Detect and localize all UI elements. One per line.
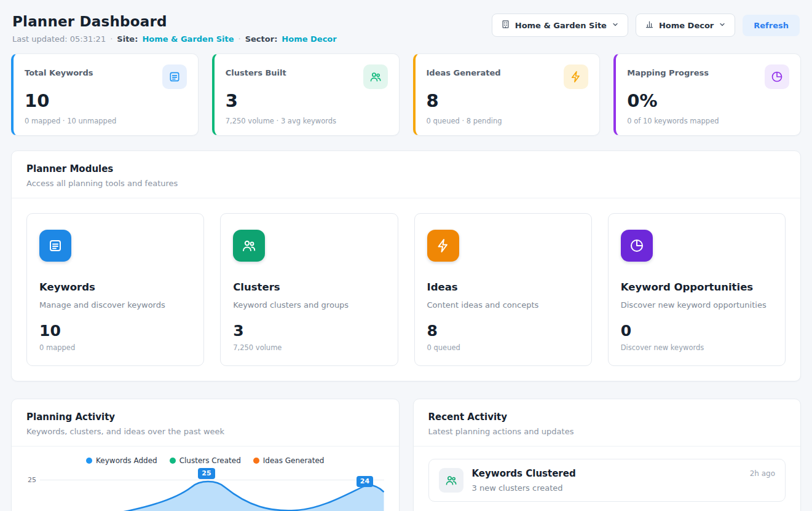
modules-grid: Keywords Manage and discover keywords 10… [12,198,800,381]
module-detail: 0 queued [427,343,579,352]
activity-body: Keywords Clustered 3 new clusters create… [472,468,741,493]
pie-chart-icon [621,230,653,262]
document-icon [162,64,187,89]
stat-value: 3 [226,90,388,111]
activity-timestamp: 2h ago [750,468,775,478]
pie-chart-icon [765,64,789,89]
modules-subtitle: Access all planning tools and features [26,179,786,188]
planning-activity-header: Planning Activity Keywords, clusters, an… [12,399,399,447]
legend-label: Clusters Created [179,456,241,465]
site-dropdown-label: Home & Garden Site [515,21,607,30]
meta-separator: · [110,34,112,44]
planning-activity-panel: Planning Activity Keywords, clusters, an… [11,399,400,511]
sector-link[interactable]: Home Decor [282,34,336,44]
activity-description: 3 new clusters created [472,483,741,493]
stat-detail: 0 mapped · 10 unmapped [25,117,187,125]
recent-activity-title: Recent Activity [428,412,786,423]
module-title: Keywords [39,281,191,293]
area-chart: 25 24 [40,474,384,511]
sector-dropdown[interactable]: Home Decor [636,14,735,37]
list-item: Keywords Clustered 3 new clusters create… [428,459,786,502]
stat-value: 8 [427,90,589,111]
building-icon [501,20,510,31]
users-icon [363,64,388,89]
module-detail: Discover new keywords [621,343,773,352]
module-title: Clusters [233,281,385,293]
keywords-added-area [40,474,384,511]
stat-value: 10 [25,90,187,111]
module-card-keywords[interactable]: Keywords Manage and discover keywords 10… [26,213,204,366]
module-value: 8 [427,322,579,340]
refresh-button[interactable]: Refresh [743,15,800,36]
page-title: Planner Dashboard [12,14,337,29]
stat-card-total-keywords: Total Keywords 10 0 mapped · 10 unmapped [11,53,199,136]
page-meta: Last updated: 05:31:21 · Site: Home & Ga… [12,34,337,44]
module-description: Content ideas and concepts [427,300,579,310]
stat-card-ideas-generated: Ideas Generated 8 0 queued · 8 pending [413,53,601,136]
stat-label: Mapping Progress [627,64,709,77]
bolt-icon [564,64,588,89]
module-title: Keyword Opportunities [621,281,773,293]
sector-label: Sector: [245,34,278,44]
recent-activity-subtitle: Latest planning actions and updates [428,427,786,436]
page-header: Planner Dashboard Last updated: 05:31:21… [11,14,801,44]
module-card-clusters[interactable]: Clusters Keyword clusters and groups 3 7… [220,213,398,366]
legend-item-clusters-created: Clusters Created [170,456,241,465]
legend-dot [253,458,259,464]
planning-activity-title: Planning Activity [26,412,384,423]
planner-dashboard-page: Planner Dashboard Last updated: 05:31:21… [0,0,812,511]
last-updated-text: Last updated: 05:31:21 [12,34,106,44]
legend-dot [86,458,92,464]
legend-label: Keywords Added [96,456,157,465]
data-point-label: 25 [198,468,215,479]
meta-separator: · [238,34,241,44]
y-axis-tick: 25 [22,474,36,511]
document-icon [39,230,71,262]
users-icon [233,230,265,262]
modules-title: Planner Modules [26,163,786,174]
planner-modules-panel: Planner Modules Access all planning tool… [11,150,801,381]
legend-label: Ideas Generated [263,456,325,465]
site-label: Site: [117,34,138,44]
stat-detail: 0 of 10 keywords mapped [627,117,789,125]
legend-item-keywords-added: Keywords Added [86,456,157,465]
bolt-icon [427,230,459,262]
module-value: 10 [39,322,191,340]
chevron-down-icon [719,21,726,30]
header-left: Planner Dashboard Last updated: 05:31:21… [12,14,337,44]
sector-dropdown-label: Home Decor [659,21,714,30]
legend-dot [170,458,176,464]
site-link[interactable]: Home & Garden Site [142,34,234,44]
activity-title: Keywords Clustered [472,468,741,479]
stat-label: Ideas Generated [427,64,501,77]
bar-chart-icon [645,20,654,31]
chart-legend: Keywords Added Clusters Created Ideas Ge… [12,456,399,465]
site-dropdown[interactable]: Home & Garden Site [492,14,628,37]
stat-label: Total Keywords [25,64,93,77]
stat-value: 0% [627,90,789,111]
stat-card-mapping-progress: Mapping Progress 0% 0 of 10 keywords map… [613,53,801,136]
header-actions: Home & Garden Site Home Decor Refresh [492,14,800,37]
module-value: 3 [233,322,385,340]
stat-label: Clusters Built [226,64,286,77]
module-card-ideas[interactable]: Ideas Content ideas and concepts 8 0 que… [414,213,592,366]
module-description: Manage and discover keywords [39,300,191,310]
chevron-down-icon [612,21,619,30]
stat-card-clusters-built: Clusters Built 3 7,250 volume · 3 avg ke… [212,53,400,136]
module-title: Ideas [427,281,579,293]
module-description: Keyword clusters and groups [233,300,385,310]
bottom-row: Planning Activity Keywords, clusters, an… [11,399,801,511]
planning-activity-subtitle: Keywords, clusters, and ideas over the p… [26,427,384,436]
planning-activity-chart: 25 25 24 [22,474,384,511]
module-description: Discover new keyword opportunities [621,300,773,310]
stat-detail: 7,250 volume · 3 avg keywords [226,117,388,125]
module-card-keyword-opportunities[interactable]: Keyword Opportunities Discover new keywo… [608,213,786,366]
activity-list: Keywords Clustered 3 new clusters create… [414,447,801,511]
users-icon [439,468,463,493]
recent-activity-header: Recent Activity Latest planning actions … [414,399,801,447]
stats-row: Total Keywords 10 0 mapped · 10 unmapped… [11,53,801,136]
legend-item-ideas-generated: Ideas Generated [253,456,325,465]
stat-detail: 0 queued · 8 pending [427,117,589,125]
modules-panel-header: Planner Modules Access all planning tool… [12,151,800,198]
module-value: 0 [621,322,773,340]
